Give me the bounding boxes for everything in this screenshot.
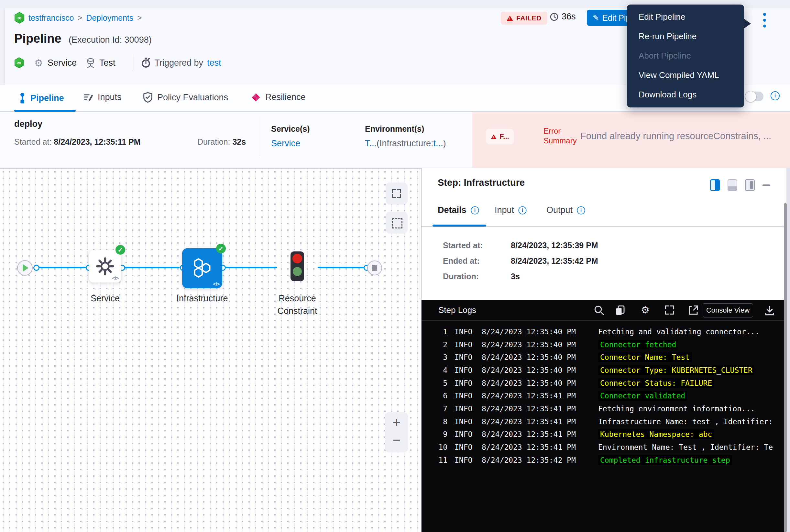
log-line-number: 10 bbox=[438, 443, 447, 452]
tab-resilience[interactable]: Resilience bbox=[251, 92, 306, 102]
step-tab-details[interactable]: Details i bbox=[438, 205, 479, 215]
copy-icon[interactable] bbox=[614, 304, 626, 316]
error-summary-label: Error Summary bbox=[543, 126, 577, 146]
panel-view-controls bbox=[710, 179, 770, 191]
more-options-kebab[interactable] bbox=[761, 13, 769, 32]
log-search-icon[interactable] bbox=[593, 304, 605, 316]
log-timestamp: 8/24/2023 12:35:42 PM bbox=[482, 456, 579, 464]
log-line: 6 INFO 8/24/2023 12:35:41 PM Connector v… bbox=[422, 389, 790, 402]
tab-pipeline[interactable]: Pipeline bbox=[19, 92, 64, 104]
input-info-icon[interactable]: i bbox=[518, 206, 526, 214]
details-info-icon[interactable]: i bbox=[471, 206, 479, 214]
log-timestamp: 8/24/2023 12:35:41 PM bbox=[482, 430, 579, 438]
log-level: INFO bbox=[455, 430, 475, 438]
tabbar-info-icon[interactable]: i bbox=[771, 91, 779, 100]
resource-constraint-node[interactable] bbox=[290, 251, 304, 281]
canvas-fullscreen-button[interactable] bbox=[386, 183, 408, 205]
environment-value[interactable]: T...(Infrastructure:t...) bbox=[365, 138, 446, 149]
code-glyph: </> bbox=[112, 276, 119, 281]
resilience-icon bbox=[251, 93, 261, 102]
open-external-icon[interactable] bbox=[688, 304, 699, 316]
log-line: 5 INFO 8/24/2023 12:35:40 PM Connector S… bbox=[422, 377, 790, 390]
tab-policy-evaluations[interactable]: Policy Evaluations bbox=[143, 92, 228, 102]
pipeline-tab-icon bbox=[19, 92, 26, 104]
green-light bbox=[293, 267, 302, 276]
log-line: 4 INFO 8/24/2023 12:35:40 PM Connector T… bbox=[422, 364, 790, 377]
pipeline-canvas[interactable]: </> ✓ </> ✓ Service Infrastructure Resou… bbox=[0, 168, 421, 532]
right-pane-layout-button[interactable] bbox=[710, 179, 720, 191]
breadcrumb-separator: > bbox=[78, 13, 82, 22]
service-name[interactable]: Service bbox=[47, 58, 77, 68]
breadcrumb: ∞ testfrancisco > Deployments > bbox=[14, 12, 142, 23]
tab-policy-label: Policy Evaluations bbox=[157, 93, 228, 102]
edge bbox=[225, 267, 277, 268]
log-line-number: 1 bbox=[438, 327, 447, 336]
red-light bbox=[292, 254, 302, 263]
log-message: Connector fetched bbox=[598, 340, 678, 349]
log-message: Completed infrastructure step bbox=[598, 455, 732, 465]
download-logs-icon[interactable] bbox=[764, 304, 775, 316]
context-menu-arrow bbox=[743, 18, 751, 29]
detail-value: 8/24/2023, 12:35:42 PM bbox=[511, 256, 598, 266]
log-line-number: 11 bbox=[438, 456, 447, 464]
context-menu-item[interactable]: Download Logs bbox=[627, 85, 744, 104]
log-line-number: 4 bbox=[438, 366, 447, 375]
step-tab-input-label: Input bbox=[495, 205, 514, 215]
log-fullscreen-icon[interactable] bbox=[664, 304, 676, 316]
service-link[interactable]: Service bbox=[271, 138, 300, 149]
context-menu-item[interactable]: Re-run Pipeline bbox=[627, 26, 744, 46]
context-menu-item[interactable]: View Compiled YAML bbox=[627, 65, 744, 85]
start-node[interactable] bbox=[17, 260, 33, 276]
log-lines[interactable]: 1 INFO 8/24/2023 12:35:40 PM Fetching an… bbox=[422, 325, 790, 467]
detail-value: 3s bbox=[511, 272, 520, 281]
bottom-pane-layout-button[interactable] bbox=[728, 179, 737, 191]
minimize-panel-button[interactable] bbox=[763, 185, 770, 186]
end-node[interactable] bbox=[367, 261, 382, 276]
triggered-by-user-link[interactable]: test bbox=[207, 58, 221, 68]
breadcrumb-deployments-link[interactable]: Deployments bbox=[86, 13, 133, 23]
output-info-icon[interactable]: i bbox=[577, 206, 585, 214]
toggle-knob bbox=[745, 91, 756, 102]
detail-label: Ended at: bbox=[443, 256, 511, 266]
svg-text:∞: ∞ bbox=[17, 15, 22, 21]
service-gear-icon bbox=[95, 256, 115, 276]
log-level: INFO bbox=[455, 340, 475, 349]
cd-module-icon: ∞ bbox=[14, 57, 24, 68]
context-menu: Edit Pipeline Re-run Pipeline Abort Pipe… bbox=[627, 4, 744, 108]
environment-name[interactable]: Test bbox=[99, 58, 115, 68]
stage-name[interactable]: deploy bbox=[14, 119, 42, 129]
side-pane-layout-button[interactable] bbox=[745, 179, 755, 191]
infrastructure-node[interactable]: </> bbox=[182, 248, 222, 288]
console-view-button[interactable]: Console View bbox=[702, 303, 753, 318]
context-menu-item[interactable]: Edit Pipeline bbox=[627, 7, 744, 26]
stage-started: Started at: 8/24/2023, 12:35:11 PM bbox=[14, 137, 141, 147]
tab-inputs[interactable]: Inputs bbox=[83, 92, 122, 102]
canvas-select-button[interactable] bbox=[386, 212, 408, 234]
service-node[interactable]: </> bbox=[89, 250, 121, 283]
elapsed-value: 36s bbox=[562, 12, 576, 22]
breadcrumb-separator: > bbox=[137, 13, 142, 22]
zoom-in-button[interactable]: + bbox=[385, 415, 408, 431]
context-menu-item[interactable]: Abort Pipeline bbox=[627, 46, 744, 65]
edge bbox=[318, 267, 364, 268]
log-level: INFO bbox=[455, 404, 475, 413]
log-timestamp: 8/24/2023 12:35:40 PM bbox=[482, 353, 579, 361]
log-timestamp: 8/24/2023 12:35:41 PM bbox=[482, 392, 579, 400]
trigger-stopwatch-icon bbox=[141, 58, 150, 68]
edge bbox=[38, 267, 86, 268]
console-toolbar: Step Logs ⚙ Console View bbox=[422, 300, 790, 321]
detail-row: Ended at: 8/24/2023, 12:35:42 PM bbox=[443, 253, 734, 269]
code-glyph: </> bbox=[213, 282, 220, 287]
zoom-out-button[interactable]: − bbox=[385, 432, 408, 448]
panel-scrollbar-thumb[interactable] bbox=[784, 203, 787, 532]
step-tab-input[interactable]: Input i bbox=[495, 205, 527, 215]
view-toggle[interactable] bbox=[745, 92, 764, 101]
fullscreen-icon bbox=[392, 189, 401, 198]
log-line: 3 INFO 8/24/2023 12:35:40 PM Connector N… bbox=[422, 351, 790, 364]
error-summary-message[interactable]: Found already running resourceConstrains… bbox=[580, 131, 787, 141]
log-timestamp: 8/24/2023 12:35:41 PM bbox=[482, 443, 579, 452]
step-tab-output[interactable]: Output i bbox=[546, 205, 585, 215]
breadcrumb-project-link[interactable]: testfrancisco bbox=[28, 13, 74, 23]
log-level: INFO bbox=[455, 327, 475, 336]
log-settings-icon[interactable]: ⚙ bbox=[641, 304, 653, 316]
